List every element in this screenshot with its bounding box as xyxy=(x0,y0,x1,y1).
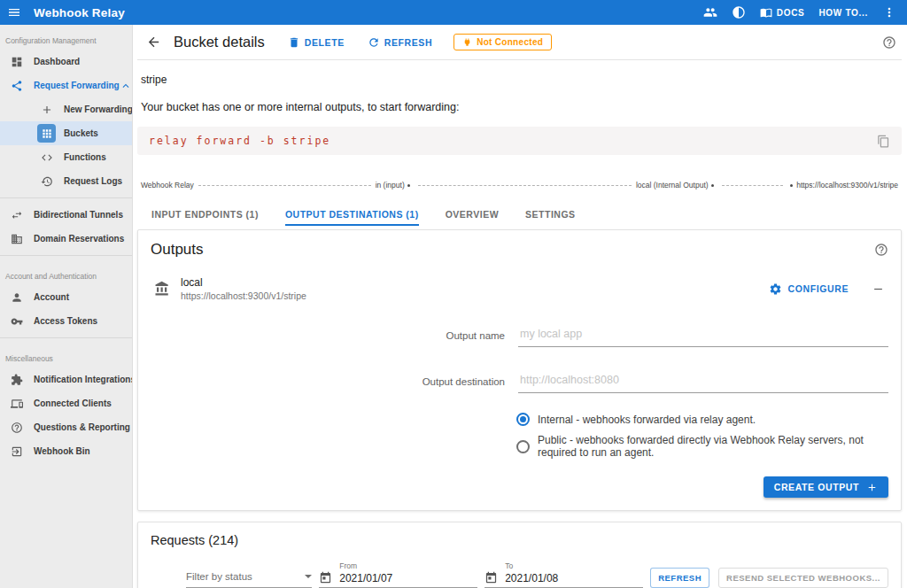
page-title: Bucket details xyxy=(174,34,265,50)
help-icon[interactable] xyxy=(874,243,888,257)
sidebar-item-account[interactable]: Account xyxy=(0,285,132,309)
radio-unselected-icon[interactable] xyxy=(516,440,530,453)
sidebar-item-buckets[interactable]: Buckets xyxy=(0,121,132,145)
radio-public-label: Public - webhooks forwarded directly via… xyxy=(538,434,888,459)
bucket-hint: Your bucket has one or more internal out… xyxy=(141,101,902,113)
to-date-input[interactable] xyxy=(505,572,643,584)
menu-icon[interactable] xyxy=(7,5,21,19)
sidebar-item-label: Questions & Reporting xyxy=(34,422,130,432)
output-destination-input[interactable] xyxy=(518,370,888,393)
team-icon[interactable] xyxy=(703,5,717,19)
key-icon xyxy=(11,315,23,328)
from-date-input[interactable] xyxy=(339,572,477,584)
to-date-field[interactable]: To xyxy=(485,561,643,588)
delete-button[interactable]: DELETE xyxy=(288,36,345,49)
output-destination-icon xyxy=(154,281,170,297)
sidebar-item-functions[interactable]: Functions xyxy=(0,145,132,169)
sidebar-item-bidirectional-tunnels[interactable]: Bidirectional Tunnels xyxy=(0,203,132,227)
command-snippet: relay forward -b stripe xyxy=(137,127,902,155)
sidebar-item-questions-reporting[interactable]: Questions & Reporting xyxy=(0,415,132,439)
sidebar-item-label: Request Forwarding xyxy=(34,81,120,90)
status-filter-select[interactable]: Filter by status xyxy=(186,571,312,588)
page-header: Bucket details DELETE REFRESH Not Connec… xyxy=(137,25,902,60)
sidebar-item-request-logs[interactable]: Request Logs xyxy=(0,169,132,193)
diagram-endpoint-label: https://localhost:9300/v1/stripe xyxy=(796,181,898,190)
sidebar-item-webhook-bin[interactable]: Webhook Bin xyxy=(0,439,132,463)
sidebar-item-label: Notification Integrations xyxy=(34,375,133,384)
sidebar-item-notification-integrations[interactable]: Notification Integrations xyxy=(0,368,132,391)
tab-overview[interactable]: OVERVIEW xyxy=(446,209,499,226)
from-label: From xyxy=(339,561,477,570)
copy-icon[interactable] xyxy=(877,135,890,148)
tab-output-destinations[interactable]: OUTPUT DESTINATIONS (1) xyxy=(285,209,419,226)
sidebar-item-label: Domain Reservations xyxy=(34,234,124,244)
resend-webhooks-button[interactable]: RESEND SELECTED WEBHOOKS... xyxy=(718,568,888,588)
sidebar-item-domain-reservations[interactable]: Domain Reservations xyxy=(0,227,132,251)
sidebar-item-new-forwarding[interactable]: New Forwarding xyxy=(0,97,132,121)
sidebar-item-connected-clients[interactable]: Connected Clients xyxy=(0,391,132,415)
create-output-button[interactable]: CREATE OUTPUT xyxy=(764,476,888,498)
history-icon xyxy=(41,175,53,188)
sidebar: Configuration Management Dashboard Reque… xyxy=(0,25,133,588)
bucket-name: stripe xyxy=(141,74,902,86)
calendar-icon[interactable] xyxy=(485,571,498,584)
section-configuration-management: Configuration Management xyxy=(0,25,132,50)
output-name-label: Output name xyxy=(151,330,505,347)
configure-button[interactable]: CONFIGURE xyxy=(769,282,849,296)
outputs-title: Outputs xyxy=(151,241,204,259)
sidebar-item-label: Functions xyxy=(64,152,106,162)
how-to-button[interactable]: HOW TO... xyxy=(818,8,868,18)
radio-selected-icon[interactable] xyxy=(516,413,530,426)
radio-internal[interactable]: Internal - webhooks forwarded via relay … xyxy=(516,413,888,426)
dashboard-icon xyxy=(11,56,23,68)
status-badge: Not Connected xyxy=(454,34,552,50)
collapse-icon[interactable] xyxy=(872,282,885,296)
section-miscellaneous: Miscellaneous xyxy=(0,343,132,368)
status-filter-value: Filter by status xyxy=(186,571,252,582)
sidebar-item-label: Access Tokens xyxy=(34,316,97,326)
app-title: Webhook Relay xyxy=(34,6,125,19)
theme-contrast-icon[interactable] xyxy=(732,5,746,19)
from-date-field[interactable]: From xyxy=(319,561,477,588)
outputs-card-header: Outputs xyxy=(151,241,888,259)
buckets-icon xyxy=(37,124,56,143)
trash-icon xyxy=(288,36,300,49)
diagram-connector xyxy=(722,185,784,186)
sidebar-item-access-tokens[interactable]: Access Tokens xyxy=(0,309,132,333)
sidebar-divider xyxy=(0,337,132,338)
disconnected-icon xyxy=(462,37,472,47)
tab-input-endpoints[interactable]: INPUT ENDPOINTS (1) xyxy=(151,209,259,226)
radio-public[interactable]: Public - webhooks forwarded directly via… xyxy=(516,434,888,459)
output-name-input[interactable] xyxy=(518,324,888,347)
forwarding-icon xyxy=(11,80,23,92)
output-url: https://localhost:9300/v1/stripe xyxy=(181,290,306,301)
sidebar-item-request-forwarding[interactable]: Request Forwarding xyxy=(0,74,132,97)
refresh-button[interactable]: REFRESH xyxy=(368,36,432,49)
requests-card: Requests (214) Filter by status From To xyxy=(137,522,902,588)
status-label: Not Connected xyxy=(477,37,543,47)
sidebar-item-label: Bidirectional Tunnels xyxy=(34,210,123,220)
docs-button[interactable]: DOCS xyxy=(760,6,805,19)
diagram-input-label: in (input) xyxy=(376,181,405,190)
overflow-menu-icon[interactable] xyxy=(882,5,896,19)
sidebar-item-label: Connected Clients xyxy=(34,398,112,408)
sidebar-item-dashboard[interactable]: Dashboard xyxy=(0,50,132,74)
sidebar-divider xyxy=(0,197,132,198)
how-to-label: HOW TO... xyxy=(818,8,868,18)
to-date-stack: To xyxy=(505,561,643,584)
sidebar-item-label: Buckets xyxy=(64,128,98,138)
docs-label: DOCS xyxy=(777,8,805,18)
output-type-radio-group: Internal - webhooks forwarded via relay … xyxy=(516,413,888,459)
back-icon[interactable] xyxy=(146,35,161,50)
calendar-icon[interactable] xyxy=(319,571,332,584)
delete-label: DELETE xyxy=(305,37,345,48)
help-icon[interactable] xyxy=(882,35,896,50)
from-date-stack: From xyxy=(339,561,477,584)
tab-settings[interactable]: SETTINGS xyxy=(525,209,576,226)
domain-icon xyxy=(11,233,23,245)
requests-refresh-button[interactable]: REFRESH xyxy=(650,568,709,588)
diagram-node-dot xyxy=(711,184,714,187)
output-item-row: local https://localhost:9300/v1/stripe C… xyxy=(151,276,888,301)
sidebar-divider xyxy=(0,255,132,256)
bin-icon xyxy=(11,445,23,458)
